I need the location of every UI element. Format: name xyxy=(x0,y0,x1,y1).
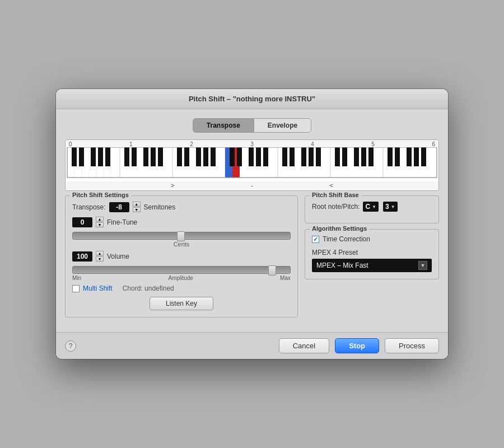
time-correction-checkbox[interactable]: ✓ xyxy=(312,236,319,243)
piano-num-5: 5 xyxy=(371,141,375,147)
multi-shift-checkbox[interactable] xyxy=(72,285,80,292)
bottom-buttons: Cancel Stop Process xyxy=(279,338,439,353)
multi-shift-row: Multi Shift Chord: undefined xyxy=(72,284,291,292)
volume-slider-track[interactable] xyxy=(72,266,291,274)
transpose-up[interactable]: ▲ xyxy=(133,202,141,207)
piano-num-4: 4 xyxy=(311,141,314,147)
fine-tune-up[interactable]: ▲ xyxy=(96,217,104,222)
fine-tune-stepper[interactable]: ▲ ▼ xyxy=(96,217,104,227)
semitones-label: Semitones xyxy=(144,203,176,211)
svg-rect-49 xyxy=(421,147,426,166)
time-correction-label: Time Correction xyxy=(323,235,370,243)
svg-rect-45 xyxy=(388,147,393,166)
pitch-shift-settings-title: Pitch Shift Settings xyxy=(70,192,131,198)
chord-label: Chord: undefined xyxy=(123,284,174,292)
svg-rect-38 xyxy=(309,147,314,166)
fine-tune-down[interactable]: ▼ xyxy=(96,222,104,227)
main-window: Pitch Shift – "nothing more INSTRU" Tran… xyxy=(56,89,448,359)
tab-bar: Transpose Envelope xyxy=(65,118,439,133)
svg-rect-24 xyxy=(184,147,189,166)
svg-rect-26 xyxy=(203,147,208,166)
fine-tune-value[interactable]: 0 xyxy=(72,217,92,227)
mpex-section: MPEX 4 Preset MPEX – Mix Fast ▼ xyxy=(312,249,432,272)
tab-transpose[interactable]: Transpose xyxy=(193,118,254,133)
svg-rect-16 xyxy=(98,147,103,166)
transpose-down[interactable]: ▼ xyxy=(133,207,141,212)
root-note-label: Root note/Pitch: xyxy=(312,203,360,211)
window-title: Pitch Shift – "nothing more INSTRU" xyxy=(189,95,315,103)
tab-envelope[interactable]: Envelope xyxy=(254,118,311,133)
piano-num-0: 0 xyxy=(69,141,72,147)
svg-rect-14 xyxy=(79,147,84,166)
volume-up[interactable]: ▲ xyxy=(96,251,104,256)
svg-rect-32 xyxy=(249,147,254,166)
cents-slider-track[interactable] xyxy=(72,232,291,240)
transpose-row: Transpose: -8 ▲ ▼ Semitones xyxy=(72,202,291,212)
volume-stepper[interactable]: ▲ ▼ xyxy=(96,251,104,262)
svg-rect-39 xyxy=(316,147,321,166)
volume-down[interactable]: ▼ xyxy=(96,256,104,262)
amplitude-label: Amplitude xyxy=(168,275,193,281)
svg-rect-30 xyxy=(230,147,235,166)
stop-button[interactable]: Stop xyxy=(335,338,379,353)
svg-rect-20 xyxy=(143,147,148,166)
min-label: Min xyxy=(72,275,81,281)
octave-value: 3 xyxy=(385,203,389,211)
time-correction-row: ✓ Time Correction xyxy=(312,235,432,243)
main-panels: Pitch Shift Settings Transpose: -8 ▲ ▼ S… xyxy=(65,195,439,323)
svg-rect-17 xyxy=(105,147,110,166)
mpex-dropdown[interactable]: MPEX – Mix Fast ▼ xyxy=(312,259,432,272)
bottom-bar: ? Cancel Stop Process xyxy=(56,332,448,359)
volume-value[interactable]: 100 xyxy=(72,251,92,262)
svg-rect-48 xyxy=(414,147,419,166)
algorithm-settings-group: Algorithm Settings ✓ Time Correction MPE… xyxy=(305,229,439,279)
piano-num-3: 3 xyxy=(250,141,254,147)
octave-dropdown-arrow: ▼ xyxy=(391,204,395,209)
volume-label: Volume xyxy=(107,253,129,260)
svg-rect-22 xyxy=(158,147,163,166)
algorithm-settings-title: Algorithm Settings xyxy=(310,225,369,232)
svg-rect-18 xyxy=(124,147,129,166)
help-button[interactable]: ? xyxy=(65,340,76,352)
svg-rect-25 xyxy=(196,147,201,166)
octave-dropdown[interactable]: 3 ▼ xyxy=(383,202,398,212)
transpose-stepper[interactable]: ▲ ▼ xyxy=(133,202,141,212)
transpose-label: Transpose: xyxy=(72,203,106,211)
fine-tune-label: Fine-Tune xyxy=(107,218,137,226)
note-dropdown-arrow: ▼ xyxy=(372,204,376,209)
cents-slider-thumb[interactable] xyxy=(177,231,185,241)
fine-tune-row: 0 ▲ ▼ Fine-Tune xyxy=(72,217,291,227)
svg-rect-46 xyxy=(395,147,400,166)
volume-slider-thumb[interactable] xyxy=(268,265,276,276)
transpose-value[interactable]: -8 xyxy=(109,202,129,212)
panel-left: Pitch Shift Settings Transpose: -8 ▲ ▼ S… xyxy=(65,195,298,323)
multi-shift-label[interactable]: Multi Shift xyxy=(83,284,113,292)
mpex-label: MPEX 4 Preset xyxy=(312,249,432,256)
svg-rect-33 xyxy=(256,147,261,166)
volume-row: 100 ▲ ▼ Volume xyxy=(72,251,291,262)
piano-num-1: 1 xyxy=(129,141,133,147)
mpex-dropdown-arrow[interactable]: ▼ xyxy=(418,261,427,270)
process-button[interactable]: Process xyxy=(385,338,439,353)
volume-slider-container: Min Amplitude Max xyxy=(72,266,291,281)
svg-rect-43 xyxy=(361,147,366,166)
svg-rect-13 xyxy=(72,147,77,166)
svg-rect-41 xyxy=(342,147,347,166)
piano-num-6: 6 xyxy=(432,141,435,147)
root-note-row: Root note/Pitch: C ▼ 3 ▼ xyxy=(312,202,432,212)
note-dropdown[interactable]: C ▼ xyxy=(363,202,379,212)
pitch-shift-base-group: Pitch Shift Base Root note/Pitch: C ▼ 3 … xyxy=(305,195,439,223)
piano-arrow-right: < xyxy=(330,182,333,189)
pitch-shift-base-title: Pitch Shift Base xyxy=(310,192,361,198)
listen-key-button[interactable]: Listen Key xyxy=(150,297,213,310)
piano-num-2: 2 xyxy=(190,141,193,147)
mpex-value: MPEX – Mix Fast xyxy=(316,262,368,269)
cents-slider-container: Cents xyxy=(72,232,291,248)
title-bar: Pitch Shift – "nothing more INSTRU" xyxy=(56,89,448,109)
note-value: C xyxy=(365,203,370,211)
piano-arrow-center: - xyxy=(251,182,253,189)
cancel-button[interactable]: Cancel xyxy=(279,338,329,353)
piano-arrow-left: > xyxy=(171,182,174,189)
piano-svg xyxy=(66,147,438,180)
svg-rect-35 xyxy=(282,147,287,166)
